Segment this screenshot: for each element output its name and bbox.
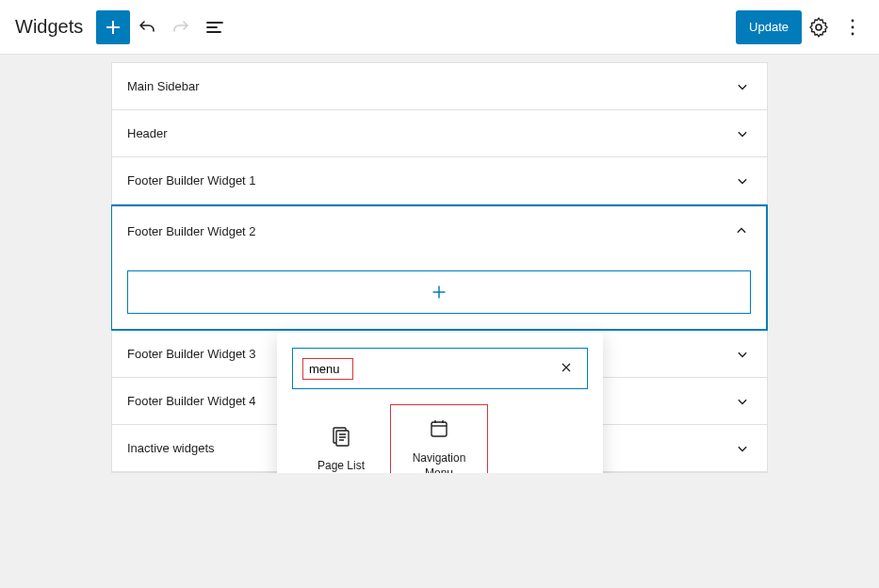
search-box [292,348,588,389]
block-results: Page List Navigation Menu [277,404,603,473]
settings-button[interactable] [802,10,836,44]
undo-icon [136,16,158,39]
widget-area-expanded: Footer Builder Widget 2 [111,204,768,331]
redo-button[interactable] [164,10,198,44]
widget-area: Footer Builder Widget 1 [112,157,767,204]
page-title: Widgets [15,16,83,38]
undo-button[interactable] [130,10,164,44]
block-card-page-list[interactable]: Page List [292,404,390,473]
add-block-row [112,255,766,329]
navigation-menu-icon [428,417,450,440]
widget-area-label: Inactive widgets [127,441,215,455]
options-button[interactable] [836,10,870,44]
widget-areas-panel: Main Sidebar Header Footer Builder Widge… [111,62,768,473]
chevron-down-icon [733,172,752,190]
svg-rect-5 [336,431,349,446]
update-button[interactable]: Update [736,10,802,44]
svg-point-0 [816,24,822,30]
block-card-navigation-menu[interactable]: Navigation Menu [390,404,488,473]
add-block-button[interactable] [96,10,130,44]
clear-search-button[interactable] [555,356,578,382]
list-view-icon [203,16,226,39]
svg-rect-6 [431,422,447,436]
block-inserter-popover: Page List Navigation Menu Browse all [277,333,603,473]
chevron-up-icon [732,221,751,240]
search-term-highlight [302,358,353,380]
top-toolbar: Widgets Update [0,0,879,55]
widget-area: Header [112,110,767,157]
widget-area-label: Main Sidebar [127,79,200,93]
chevron-down-icon [733,392,752,411]
chevron-down-icon [733,345,752,364]
add-block-placeholder-button[interactable] [127,270,751,314]
widget-area-header[interactable]: Footer Builder Widget 2 [112,206,766,255]
widget-area-header[interactable]: Header [112,110,767,156]
widget-area-label: Footer Builder Widget 2 [127,224,256,238]
widget-area-label: Footer Builder Widget 4 [127,394,256,408]
chevron-down-icon [733,439,752,458]
widget-area-label: Footer Builder Widget 1 [127,173,256,188]
svg-point-2 [852,25,855,28]
plus-icon [102,16,124,39]
page-list-icon [330,425,352,448]
content-area: Main Sidebar Header Footer Builder Widge… [0,55,879,473]
widget-area-label: Header [127,126,168,140]
block-card-label: Navigation Menu [399,451,480,473]
widget-area-header[interactable]: Footer Builder Widget 1 [112,157,767,204]
block-card-label: Page List [317,459,365,473]
search-wrap [277,333,603,404]
widget-area-label: Footer Builder Widget 3 [127,347,256,361]
chevron-down-icon [733,77,752,96]
plus-icon [429,282,449,302]
widget-area-header[interactable]: Main Sidebar [112,63,767,109]
kebab-icon [841,16,864,39]
widget-area: Main Sidebar [112,63,767,110]
block-search-input[interactable] [309,362,347,376]
list-view-button[interactable] [198,10,232,44]
close-icon [559,360,574,375]
chevron-down-icon [733,124,752,143]
redo-icon [170,16,192,39]
gear-icon [807,16,830,39]
svg-point-1 [852,19,855,22]
svg-point-3 [852,32,855,35]
